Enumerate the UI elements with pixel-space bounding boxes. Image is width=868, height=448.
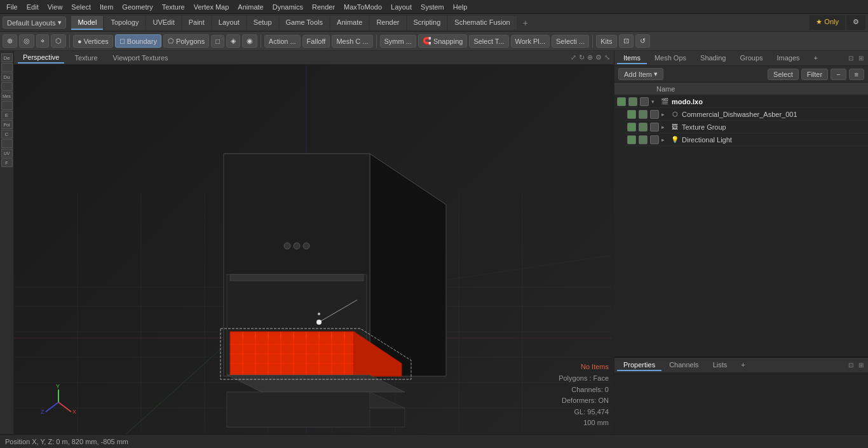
vp-icon-zoom[interactable]: ⊕ [587, 53, 593, 62]
item-vis2-texture[interactable] [639, 123, 648, 132]
mesh-button[interactable]: Mesh C ... [332, 35, 372, 48]
sidebar-btn-7[interactable]: E [1, 111, 13, 119]
item-vis3-dishwasher[interactable] [650, 110, 659, 119]
mode-btn-5[interactable]: □ [211, 35, 224, 48]
menu-dynamics[interactable]: Dynamics [269, 2, 307, 12]
menu-system[interactable]: System [417, 2, 448, 12]
sidebar-btn-2[interactable] [1, 63, 13, 72]
panel-tab-mesh-ops[interactable]: Mesh Ops [648, 53, 693, 64]
vp-icon-move[interactable]: ⤢ [571, 53, 576, 62]
props-resize-btn-2[interactable]: ⊞ [857, 361, 865, 370]
tab-scripting[interactable]: Scripting [407, 16, 447, 30]
menu-maxtomodo[interactable]: MaxToModo [340, 2, 386, 12]
selecti-button[interactable]: Selecti ... [552, 35, 589, 48]
tab-paint[interactable]: Paint [182, 16, 211, 30]
sidebar-btn-6[interactable] [1, 101, 13, 110]
expand-icon-modo[interactable]: ▾ [651, 98, 658, 105]
expand-icon-texture[interactable]: ▸ [661, 124, 668, 130]
tab-uvedit[interactable]: UVEdit [146, 16, 180, 30]
polygons-button[interactable]: ⬠ Polygons [163, 34, 209, 48]
vp-tab-texture[interactable]: Texture [69, 53, 102, 63]
tab-topology[interactable]: Topology [104, 16, 145, 30]
props-resize-btn-1[interactable]: ⊡ [846, 361, 855, 370]
sidebar-btn-4[interactable] [1, 82, 13, 91]
vertices-button[interactable]: ● Vertices [73, 35, 113, 48]
menu-edit[interactable]: Edit [23, 2, 43, 12]
item-visibility-light[interactable] [627, 135, 636, 144]
menu-layout[interactable]: Layout [387, 2, 416, 12]
items-filter-button[interactable]: Filter [801, 69, 828, 80]
sidebar-btn-3[interactable]: Du [1, 72, 13, 81]
menu-texture[interactable]: Texture [158, 2, 189, 12]
menu-file[interactable]: File [3, 2, 22, 12]
tab-animate[interactable]: Animate [330, 16, 369, 30]
symm-button[interactable]: Symm ... [380, 35, 416, 48]
sidebar-btn-9[interactable]: C [1, 130, 13, 139]
menu-animate[interactable]: Animate [234, 2, 267, 12]
tab-layout[interactable]: Layout [212, 16, 246, 30]
vp-tab-viewport-textures[interactable]: Viewport Textures [108, 53, 173, 63]
menu-geometry[interactable]: Geometry [118, 2, 156, 12]
props-tab-channels[interactable]: Channels [663, 360, 705, 371]
tab-setup[interactable]: Setup [247, 16, 278, 30]
action-button[interactable]: Action ... [264, 35, 301, 48]
tab-game-tools[interactable]: Game Tools [280, 16, 330, 30]
tab-schematic-fusion[interactable]: Schematic Fusion [448, 16, 516, 30]
expand-icon-dishwasher[interactable]: ▸ [661, 111, 668, 118]
vp-icon-rotate[interactable]: ↻ [579, 53, 585, 62]
item-visibility-dishwasher[interactable] [627, 110, 636, 119]
item-visibility-texture[interactable] [627, 123, 636, 132]
props-tab-properties[interactable]: Properties [617, 360, 661, 371]
boundary-button[interactable]: ◻ Boundary [115, 34, 161, 48]
item-vis3-texture[interactable] [650, 123, 659, 132]
sidebar-btn-5[interactable]: Mes [1, 92, 13, 100]
mode-btn-2[interactable]: ◎ [19, 34, 34, 48]
item-row-texture-group[interactable]: ▸ 🖼 Texture Group [625, 121, 868, 133]
mode-btn-1[interactable]: ⊕ [3, 34, 17, 48]
item-visibility-modo[interactable] [617, 97, 626, 106]
item-row-dishwasher[interactable]: ▸ ⬡ Commercial_Dishwasher_Asber_001 [625, 108, 868, 121]
select-t-button[interactable]: Select T... [469, 35, 508, 48]
panel-tab-images[interactable]: Images [771, 53, 806, 64]
item-row-directional-light[interactable]: ▸ 💡 Directional Light [625, 133, 868, 146]
vp-icon-expand[interactable]: ⤡ [604, 53, 610, 62]
work-pl-button[interactable]: Work Pl... [511, 35, 550, 48]
view-btn-1[interactable]: ⊡ [619, 34, 634, 48]
sidebar-btn-1[interactable]: De [1, 53, 13, 62]
sidebar-btn-12[interactable]: F [1, 158, 13, 167]
item-vis2-modo[interactable] [628, 97, 637, 106]
snapping-button[interactable]: 🧲 Snapping [418, 34, 468, 48]
expand-icon-light[interactable]: ▸ [661, 137, 668, 143]
vp-icon-settings[interactable]: ⚙ [595, 53, 602, 62]
menu-select[interactable]: Select [67, 2, 95, 12]
panel-resize-btn-1[interactable]: ⊡ [846, 54, 855, 63]
vp-tab-perspective[interactable]: Perspective [18, 52, 64, 64]
mode-btn-6[interactable]: ◈ [226, 34, 240, 48]
menu-view[interactable]: View [44, 2, 67, 12]
panel-resize-btn-2[interactable]: ⊞ [857, 54, 865, 63]
mode-btn-7[interactable]: ◉ [242, 34, 257, 48]
menu-item[interactable]: Item [96, 2, 117, 12]
menu-help[interactable]: Help [449, 2, 471, 12]
props-tab-lists[interactable]: Lists [707, 360, 734, 371]
panel-tab-items[interactable]: Items [617, 53, 647, 64]
sidebar-btn-8[interactable]: Pol [1, 120, 13, 129]
item-vis2-dishwasher[interactable] [639, 110, 648, 119]
sidebar-btn-10[interactable] [1, 139, 13, 148]
panel-tab-groups[interactable]: Groups [733, 53, 769, 64]
falloff-button[interactable]: Falloff [302, 35, 330, 48]
item-vis3-light[interactable] [650, 135, 659, 144]
view-btn-2[interactable]: ↺ [635, 34, 650, 48]
item-vis2-light[interactable] [639, 135, 648, 144]
menu-vertex-map[interactable]: Vertex Map [190, 2, 233, 12]
items-minus-button[interactable]: − [831, 69, 846, 80]
props-add-tab[interactable]: + [735, 360, 751, 371]
sidebar-btn-11[interactable]: UV [1, 149, 13, 158]
add-tab-button[interactable]: + [518, 15, 533, 31]
add-panel-tab[interactable]: + [808, 53, 824, 64]
layout-dropdown[interactable]: Default Layouts ▾ [3, 17, 66, 29]
add-item-button[interactable]: Add Item ▾ [618, 68, 663, 80]
items-chevron-button[interactable]: ≡ [849, 69, 864, 80]
scene-canvas[interactable]: X Y Z No Items Polygons : Face Channels:… [14, 65, 614, 434]
menu-render[interactable]: Render [308, 2, 339, 12]
